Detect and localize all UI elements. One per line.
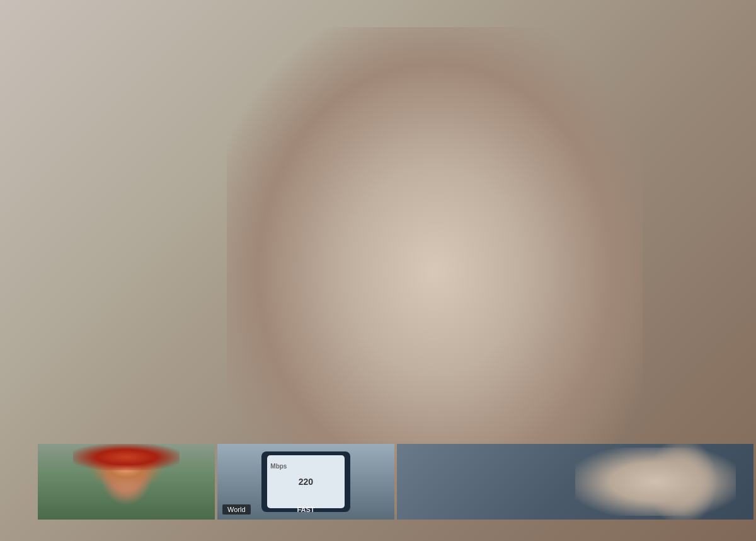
- app-container: Today ··· My News My: [0, 20, 756, 541]
- main-content: Today ··· My News My: [35, 20, 756, 541]
- news-grid: Trump approval dips as voters question p…: [35, 77, 756, 541]
- article-politician[interactable]: [397, 444, 753, 520]
- bottom-row: STAY IN THE KNOW CORONAVIRUS: LATEST NEW…: [38, 265, 753, 441]
- world-badge: World: [222, 504, 251, 515]
- world-image: [576, 265, 753, 353]
- article-speed[interactable]: 220 Mbps FAST World: [217, 444, 394, 520]
- article-world[interactable]: World News Brazil lockdowns, attacked by…: [576, 265, 753, 441]
- article-girl[interactable]: [38, 444, 215, 520]
